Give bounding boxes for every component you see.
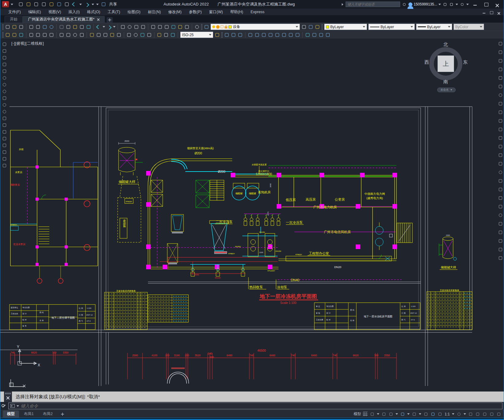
- grid-display-icon[interactable]: [363, 412, 368, 416]
- save-file-icon[interactable]: [33, 2, 39, 7]
- tab-start[interactable]: 开始: [5, 16, 23, 23]
- dim-radius-icon[interactable]: [59, 32, 64, 38]
- tolerance-icon[interactable]: [126, 32, 132, 38]
- dim-text-angle-icon[interactable]: [163, 32, 169, 38]
- autodesk-caret-icon[interactable]: [456, 4, 458, 5]
- snap-mode-icon[interactable]: [370, 412, 375, 417]
- menu-format[interactable]: 格式(O): [83, 9, 104, 15]
- dim-linear-icon[interactable]: [28, 32, 34, 38]
- layer-combo-caret-icon[interactable]: [296, 26, 298, 28]
- workspace-gear-icon[interactable]: [457, 412, 461, 417]
- open-file-icon[interactable]: [26, 2, 31, 7]
- match-properties-icon[interactable]: [79, 24, 85, 30]
- print-icon[interactable]: [64, 2, 70, 7]
- new-file-icon[interactable]: [18, 2, 24, 7]
- dim-aligned-icon[interactable]: [35, 32, 41, 38]
- layout-tab-model[interactable]: 模型: [3, 411, 19, 418]
- selection-cycling-icon[interactable]: [430, 412, 435, 417]
- menu-modify[interactable]: 修改(M): [165, 9, 185, 15]
- model-space-indicator[interactable]: 模型: [354, 411, 361, 417]
- properties-toolbar-grip[interactable]: [321, 24, 323, 30]
- menu-edit[interactable]: 编辑(E): [25, 9, 45, 15]
- dim-inspect-icon[interactable]: [140, 32, 145, 38]
- close-button[interactable]: [493, 1, 502, 7]
- command-input-box[interactable]: [8, 403, 502, 409]
- lineweight-caret-icon[interactable]: [448, 26, 450, 28]
- plotstyle-caret-icon[interactable]: [480, 26, 482, 28]
- linetype-caret-icon[interactable]: [411, 26, 413, 28]
- dim-jogged-icon[interactable]: [66, 32, 71, 38]
- dimstyle-caret-icon[interactable]: [209, 34, 211, 36]
- help-icon[interactable]: [460, 2, 464, 7]
- layer-list-icon[interactable]: [164, 24, 169, 30]
- dim-space-icon[interactable]: [109, 32, 115, 38]
- layer-unisolate-icon[interactable]: [308, 24, 313, 30]
- quick-dim-icon[interactable]: [89, 32, 95, 38]
- layer-toolbar-grip[interactable]: [201, 24, 203, 30]
- dim-text-edit-icon[interactable]: [157, 32, 162, 38]
- toolbar-grip[interactable]: [2, 24, 4, 30]
- drawing-canvas[interactable]: [-][俯视][二维线框]: [0, 39, 504, 392]
- menu-view[interactable]: 视图(V): [45, 9, 65, 15]
- doc-restore-icon[interactable]: [488, 10, 493, 14]
- osnap-caret-icon[interactable]: [419, 413, 421, 415]
- dim-edit-icon[interactable]: [12, 32, 17, 38]
- isodraft-caret-icon[interactable]: [407, 413, 410, 415]
- search-expand-icon[interactable]: [342, 3, 343, 6]
- dim-arc-length-icon[interactable]: [42, 32, 47, 38]
- dim-update-icon[interactable]: [18, 32, 24, 38]
- dim-jog-line-icon[interactable]: [146, 32, 152, 38]
- center-mark-icon[interactable]: [133, 32, 138, 38]
- explode-tool-icon[interactable]: [325, 32, 331, 38]
- dim-ordinate-icon[interactable]: [49, 32, 54, 38]
- menu-tools[interactable]: 工具(T): [104, 9, 124, 15]
- new-icon[interactable]: [5, 24, 10, 30]
- rotate-tool-icon[interactable]: [268, 32, 273, 38]
- mirror-tool-icon[interactable]: [237, 32, 243, 38]
- layer-unlock-icon[interactable]: [225, 26, 227, 28]
- layer-vp-freeze-icon[interactable]: [221, 25, 223, 28]
- help-question-icon[interactable]: [194, 24, 200, 30]
- dim-refresh-icon[interactable]: [170, 32, 176, 38]
- offset-tool-icon[interactable]: [248, 32, 253, 38]
- zoom-previous-icon[interactable]: [140, 24, 146, 30]
- dim-continue-icon[interactable]: [103, 32, 108, 38]
- layer-freeze-tool-icon[interactable]: [315, 24, 320, 30]
- search-icon[interactable]: [402, 2, 407, 7]
- layer-isolate-icon[interactable]: [301, 24, 307, 30]
- color-caret-icon[interactable]: [363, 26, 365, 28]
- tab-close-icon[interactable]: [97, 18, 100, 21]
- tab-drawing[interactable]: 广州某酒店中央空调及热水工程施工图*: [23, 16, 105, 23]
- linetype-combo[interactable]: ByLayer: [368, 24, 415, 30]
- layer-states-icon[interactable]: [157, 24, 163, 30]
- layer-thaw-sun-icon[interactable]: [216, 25, 219, 28]
- share-label[interactable]: 共享: [109, 2, 117, 7]
- graphics-performance-icon[interactable]: [482, 412, 487, 417]
- publish-icon[interactable]: [56, 2, 62, 7]
- annotation-visibility-icon[interactable]: [438, 412, 442, 417]
- erase-tool-icon[interactable]: [224, 32, 229, 38]
- model-space[interactable]: 水箱 水泵房 消防泵房 FP800Y 生活水泵房 2000 储能罐大样: [0, 39, 504, 392]
- undo-tool-icon[interactable]: [96, 24, 101, 30]
- undo-list-caret-icon[interactable]: [103, 26, 105, 28]
- help-caret-icon[interactable]: [466, 4, 469, 5]
- account-area[interactable]: 1505999135...: [408, 2, 441, 6]
- clean-screen-icon[interactable]: [489, 412, 494, 417]
- snap-caret-icon[interactable]: [377, 413, 379, 415]
- row2-grip[interactable]: [2, 32, 4, 38]
- command-input[interactable]: [21, 403, 500, 408]
- doc-close-icon[interactable]: [495, 10, 501, 14]
- menu-file[interactable]: 文件(F): [5, 9, 25, 15]
- layer-previous-icon[interactable]: [177, 24, 183, 30]
- array-tool-icon[interactable]: [261, 32, 267, 38]
- isolate-objects-icon[interactable]: [475, 412, 480, 417]
- layer-combo[interactable]: 设备: [210, 24, 300, 30]
- new-layout-button[interactable]: [59, 411, 66, 417]
- pan-icon[interactable]: [120, 24, 126, 30]
- redo-tool-icon[interactable]: [106, 24, 112, 30]
- dim-override-icon[interactable]: [214, 32, 220, 38]
- minimize-button[interactable]: [471, 1, 480, 7]
- copy-tool-icon[interactable]: [231, 32, 236, 38]
- osnap-icon[interactable]: [412, 412, 417, 417]
- etransmit-icon[interactable]: [49, 24, 54, 30]
